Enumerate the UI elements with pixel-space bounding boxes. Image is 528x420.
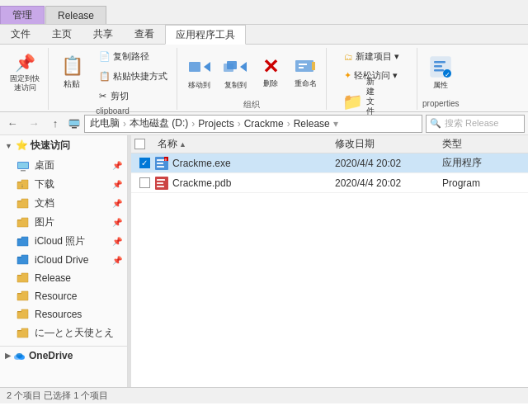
svg-point-24 — [16, 353, 23, 358]
cut-button[interactable]: ✂ 剪切 — [95, 87, 172, 105]
pin-icon-docs: 📌 — [112, 199, 122, 208]
checkbox-box — [139, 177, 150, 188]
header-checkbox[interactable] — [134, 139, 145, 149]
address-path[interactable]: 此电脑 › 本地磁盘 (D:) › Projects › Crackme › R… — [84, 115, 422, 133]
sidebar-quickaccess-header[interactable]: ▼ ⭐ 快速访问 — [0, 135, 127, 156]
paste-icon: 📋 — [61, 55, 83, 77]
properties-icon: ✓ — [429, 55, 452, 78]
sidebar-item-icloud-drive[interactable]: iCloud Drive 📌 — [0, 251, 127, 269]
svg-rect-26 — [157, 159, 165, 161]
pin-icon-download: 📌 — [112, 180, 122, 189]
back-button[interactable]: ← — [3, 115, 21, 133]
pdb-icon — [154, 176, 169, 191]
desktop-icon — [16, 159, 30, 172]
sidebar-item-resource[interactable]: Resource — [0, 287, 127, 305]
search-box[interactable]: 🔍 搜索 Release — [426, 115, 525, 133]
sidebar-item-download[interactable]: ↓ 下载 📌 — [0, 175, 127, 194]
ribbon-content: 📌 固定到快速访问 . 📋 粘贴 📄 复制路径 📋 粘贴快捷方式 — [0, 45, 528, 112]
ribbon-group-properties: ✓ 属性 properties — [417, 48, 464, 110]
header-type[interactable]: 类型 — [442, 137, 525, 151]
new-item-icon: 🗂 — [344, 52, 353, 62]
filename-crackme-exe: Crackme.exe — [172, 158, 335, 169]
svg-rect-32 — [157, 179, 165, 181]
header-check — [134, 139, 154, 149]
svg-rect-0 — [189, 62, 200, 72]
ribbon-group-organize: 移动到 复制到 ✕ 删除 — [177, 48, 327, 110]
easy-access-icon: ✦ — [344, 70, 351, 81]
new-folder-icon: 📁 — [342, 92, 363, 111]
path-crackme[interactable]: Crackme — [244, 118, 284, 130]
copy-to-icon — [224, 55, 247, 78]
sidebar-item-pics[interactable]: 图片 📌 — [0, 213, 127, 232]
up-button[interactable]: ↑ — [46, 115, 64, 133]
new-folder-button[interactable]: 📁 新建文件夹 — [340, 86, 383, 117]
svg-rect-8 — [312, 62, 315, 70]
sidebar-item-japanese[interactable]: に—とと天使とえ — [0, 323, 127, 342]
header-name[interactable]: 名称 ▲ — [154, 137, 335, 151]
checkbox-crackme-exe[interactable]: ✓ — [134, 158, 154, 168]
file-row-crackme-pdb[interactable]: Crackme.pdb 2020/4/4 20:02 Program — [131, 173, 528, 193]
svg-rect-16 — [72, 127, 77, 129]
svg-text:✓: ✓ — [445, 71, 450, 78]
new-item-button[interactable]: 🗂 新建项目 ▾ — [340, 48, 403, 65]
sidebar-item-resources[interactable]: Resources — [0, 305, 127, 323]
forward-button[interactable]: → — [25, 115, 43, 133]
delete-button[interactable]: ✕ 删除 — [255, 48, 286, 97]
checkbox-crackme-pdb[interactable] — [134, 177, 154, 188]
sidebar-onedrive-header[interactable]: ▶ OneDrive — [0, 347, 127, 365]
rename-button[interactable]: 重命名 — [290, 48, 321, 97]
tab-file[interactable]: 文件 — [0, 25, 41, 44]
main-layout: ▼ ⭐ 快速访问 桌面 📌 ↓ 下载 📌 文档 📌 图片 📌 — [0, 135, 528, 387]
resource-folder-icon — [16, 290, 30, 303]
title-bar: 管理 Release — [0, 0, 528, 25]
sidebar-item-icloud-photos[interactable]: iCloud 照片 📌 — [0, 232, 127, 251]
svg-rect-20 — [21, 170, 26, 172]
properties-button[interactable]: ✓ 属性 — [424, 48, 457, 97]
ribbon-group-new: 🗂 新建项目 ▾ ✦ 轻松访问 ▾ 📁 新建文件夹 新建 — [327, 48, 417, 110]
address-bar: ← → ↑ 此电脑 › 本地磁盘 (D:) › Projects › Crack… — [0, 112, 528, 135]
icloud-photos-icon — [16, 235, 30, 248]
svg-rect-34 — [157, 186, 164, 187]
header-date[interactable]: 修改日期 — [335, 137, 442, 151]
status-text: 2 个项目 已选择 1 个项目 — [7, 389, 108, 402]
svg-rect-6 — [299, 64, 307, 65]
copy-path-button[interactable]: 📄 复制路径 — [95, 48, 172, 65]
tab-share[interactable]: 共享 — [82, 25, 124, 44]
sidebar-item-desktop[interactable]: 桌面 📌 — [0, 156, 127, 175]
title-tab-release[interactable]: Release — [45, 6, 106, 24]
path-computer[interactable]: 此电脑 — [90, 116, 120, 130]
pin-icon-desktop: 📌 — [112, 161, 122, 170]
svg-rect-27 — [157, 163, 163, 164]
pin-icon-icloud-drive: 📌 — [112, 256, 122, 265]
svg-marker-1 — [204, 62, 210, 72]
paste-button[interactable]: 📋 粘贴 — [54, 48, 90, 97]
ribbon-tabs: 文件 主页 共享 查看 应用程序工具 — [0, 25, 528, 45]
filetype-crackme-pdb: Program — [442, 177, 525, 189]
onedrive-icon — [14, 350, 26, 361]
copy-to-button[interactable]: 复制到 — [219, 48, 252, 97]
move-to-button[interactable]: 移动到 — [182, 48, 215, 97]
exe-icon: e — [154, 156, 169, 171]
pin-icon-icloud-photos: 📌 — [112, 237, 122, 246]
svg-rect-12 — [434, 69, 444, 72]
rename-icon — [294, 57, 317, 77]
move-icon — [187, 55, 210, 78]
path-drive[interactable]: 本地磁盘 (D:) — [130, 116, 188, 130]
path-release[interactable]: Release — [294, 118, 330, 130]
ribbon-group-clipboard: 📋 粘贴 📄 复制路径 📋 粘贴快捷方式 ✂ 剪切 clipboard — [49, 48, 177, 110]
paste-shortcut-button[interactable]: 📋 粘贴快捷方式 — [95, 68, 172, 85]
sidebar-item-docs[interactable]: 文档 📌 — [0, 194, 127, 213]
path-projects[interactable]: Projects — [198, 118, 233, 130]
sort-arrow: ▲ — [179, 140, 186, 149]
svg-rect-3 — [227, 61, 237, 69]
pin-quickaccess-button[interactable]: 📌 固定到快速访问 — [7, 50, 43, 96]
tab-view[interactable]: 查看 — [124, 25, 165, 44]
tab-home[interactable]: 主页 — [41, 25, 82, 44]
title-tab-manage[interactable]: 管理 — [0, 6, 45, 24]
icloud-drive-icon — [16, 253, 30, 267]
svg-rect-7 — [299, 67, 304, 68]
file-row-crackme-exe[interactable]: ✓ e Crackme.exe 2020/4/4 20:02 应用程序 — [131, 153, 528, 173]
tab-app-tools[interactable]: 应用程序工具 — [165, 25, 246, 45]
sidebar-item-release[interactable]: Release — [0, 269, 127, 287]
japanese-folder-icon — [16, 327, 30, 340]
